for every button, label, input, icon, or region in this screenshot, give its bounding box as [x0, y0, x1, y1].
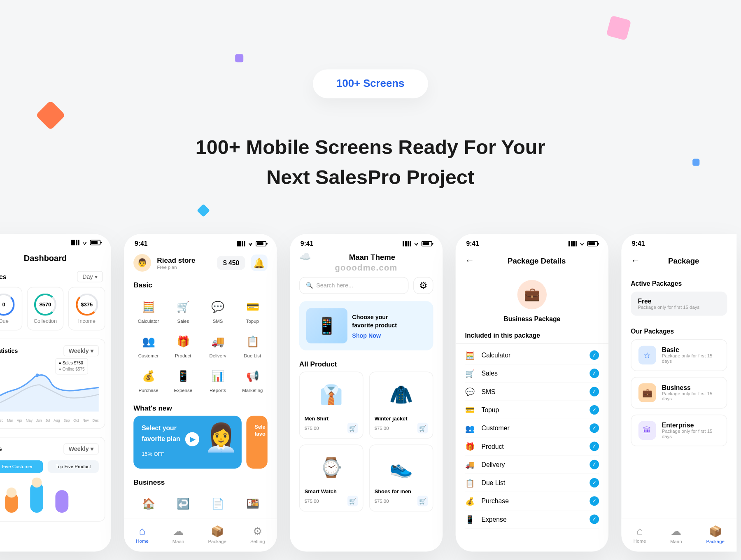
grid-item[interactable]: ↩️ — [168, 495, 198, 516]
search-input[interactable]: 🔍Search here... — [299, 277, 409, 294]
grid-item-product[interactable]: 🎁Product — [168, 332, 198, 359]
bar-chart — [0, 478, 99, 513]
signal-icon — [403, 241, 411, 246]
calculator-icon: 🧮 — [465, 351, 476, 359]
status-time: 9:41 — [466, 240, 479, 247]
add-to-cart-button[interactable]: 🛒 — [417, 423, 428, 434]
grid-item-reports[interactable]: 📊Reports — [203, 367, 233, 393]
chart-legend: ● Sales $750 ● Online $575 — [55, 358, 88, 374]
product-image: 👔 — [305, 377, 358, 412]
nav-setting[interactable]: ⚙Setting — [250, 525, 265, 544]
stat-card-due[interactable]: 0 Due — [0, 287, 22, 331]
statusbar: 9:41 — [290, 234, 443, 250]
product-image: 🧥 — [375, 377, 428, 412]
grid-item[interactable]: 🏠 — [133, 495, 163, 516]
filter-button[interactable]: ⚙ — [413, 277, 433, 294]
shop-now-link[interactable]: Shop Now — [352, 332, 397, 338]
sales-icon: 🛒 — [465, 369, 476, 378]
back-button[interactable]: ← — [465, 255, 475, 266]
grid-item-marketing[interactable]: 📢Marketing — [238, 367, 268, 393]
purchase-icon: 💰 — [139, 367, 158, 386]
product-card[interactable]: ⌚ Smart Watch $75.00 🛒 — [299, 445, 364, 512]
grid-item-sales[interactable]: 🛒Sales — [168, 298, 198, 324]
grid-item-due-list[interactable]: 📋Due List — [238, 332, 268, 359]
product-image: 👟 — [375, 450, 428, 485]
nav-maan[interactable]: ☁Maan — [172, 525, 184, 544]
purchase-icon: 💰 — [465, 497, 476, 505]
hero-title: 100+ Mobile Screens Ready For Your Next … — [0, 132, 741, 192]
add-to-cart-button[interactable]: 🛒 — [417, 496, 428, 506]
page-title: Dashboard — [0, 249, 111, 271]
grid-item-delivery[interactable]: 🚚Delivery — [203, 332, 233, 359]
tab-top-customer[interactable]: Five Customer — [0, 460, 43, 473]
grid-item-topup[interactable]: 💳Topup — [238, 298, 268, 324]
back-button[interactable]: ← — [631, 255, 640, 266]
weekly-dropdown[interactable]: Weekly ▾ — [63, 345, 99, 356]
promo-card-secondary[interactable]: Sele favo — [246, 416, 267, 469]
phone-packages: 9:41 ← Package Active Packages Free Pack… — [621, 234, 736, 551]
svg-point-4 — [7, 488, 16, 497]
signal-icon — [71, 240, 79, 245]
add-to-cart-button[interactable]: 🛒 — [347, 423, 358, 434]
section-business: Business — [124, 474, 277, 490]
store-plan: Free plan — [157, 264, 195, 270]
package-card-basic[interactable]: ☆ BasicPackage only for first 15 days — [631, 339, 727, 371]
calculator-icon: 🧮 — [139, 298, 158, 317]
nav-maan[interactable]: ☁Maan — [670, 525, 682, 544]
nav-package[interactable]: 📦Package — [208, 525, 226, 544]
decorative-shape — [606, 15, 631, 40]
product-card[interactable]: 👔 Men Shirt $75.00 🛒 — [299, 371, 364, 439]
stat-card-collection[interactable]: $570 Collection — [27, 287, 63, 331]
grid-item[interactable]: 📄 — [203, 495, 233, 516]
battery-icon — [256, 241, 266, 246]
section-active: Active Packages — [621, 274, 736, 292]
grid-item-calculator[interactable]: 🧮Calculator — [133, 298, 163, 324]
maan-icon: ☁ — [172, 525, 184, 538]
status-time: 9:41 — [301, 240, 313, 247]
marketing-icon: 📢 — [243, 367, 262, 386]
promo-banner[interactable]: 📱 Choose yourfavorite product Shop Now — [299, 301, 433, 350]
package-icon: 💼 — [638, 383, 656, 402]
grid-item-sms[interactable]: 💬SMS — [203, 298, 233, 324]
stat-card-income[interactable]: $375 Income — [68, 287, 105, 331]
delivery-icon: 🚚 — [465, 460, 476, 469]
battery-icon — [587, 241, 598, 246]
decorative-shape — [197, 204, 210, 217]
tab-top-product[interactable]: Top Five Product — [48, 460, 99, 473]
status-time: 9:41 — [135, 240, 147, 247]
package-card-free[interactable]: Free Package only for first 15 days — [631, 292, 727, 316]
add-to-cart-button[interactable]: 🛒 — [347, 496, 358, 506]
day-dropdown[interactable]: Day ▾ — [77, 271, 103, 282]
promo-card-plan[interactable]: Select yourfavorite plan ▶ 15% OFF 👩‍💼 — [133, 416, 242, 469]
balance-badge[interactable]: $ 450 — [217, 256, 245, 270]
store-name: Riead store — [157, 256, 195, 264]
delivery-icon: 🚚 — [208, 332, 227, 351]
package-card-enterprise[interactable]: 🏛 EnterprisePackage only for first 15 da… — [631, 415, 727, 446]
package-icon: 📦 — [208, 525, 226, 538]
page-title: Package Details — [474, 256, 599, 265]
package-card-business[interactable]: 💼 BusinessPackage only for first 15 days — [631, 377, 727, 408]
product-card[interactable]: 👟 Shoes for men $75.00 🛒 — [369, 445, 433, 512]
customer-icon: 👥 — [139, 332, 158, 351]
package-icon: 📦 — [706, 525, 724, 538]
nav-home[interactable]: ⌂Home — [136, 525, 148, 544]
product-image: ⌚ — [305, 450, 358, 485]
notification-button[interactable]: 🔔 — [251, 254, 268, 271]
sms-icon: 💬 — [465, 387, 476, 396]
nav-home[interactable]: ⌂Home — [634, 525, 646, 544]
weekly-dropdown-2[interactable]: Weekly ▾ — [63, 443, 99, 455]
grid-item-expense[interactable]: 📱Expense — [168, 367, 198, 393]
nav-package[interactable]: 📦Package — [706, 525, 724, 544]
bell-icon: 🔔 — [253, 257, 265, 268]
reports-icon: 📊 — [208, 367, 227, 386]
customer-icon: 👥 — [465, 424, 476, 432]
signal-icon — [569, 241, 577, 246]
phone-dashboard: Dashboard tistics Day ▾ 0 Due $570 Colle… — [0, 234, 111, 551]
check-icon: ✓ — [590, 350, 599, 360]
product-card[interactable]: 🧥 Winter jacket $75.00 🛒 — [369, 371, 433, 439]
grid-item[interactable]: 🍱 — [238, 495, 268, 516]
feature-item: 💳 Topup ✓ — [465, 401, 599, 419]
grid-item-customer[interactable]: 👥Customer — [133, 332, 163, 359]
grid-item-purchase[interactable]: 💰Purchase — [133, 367, 163, 393]
avatar[interactable]: 👨 — [133, 254, 151, 272]
